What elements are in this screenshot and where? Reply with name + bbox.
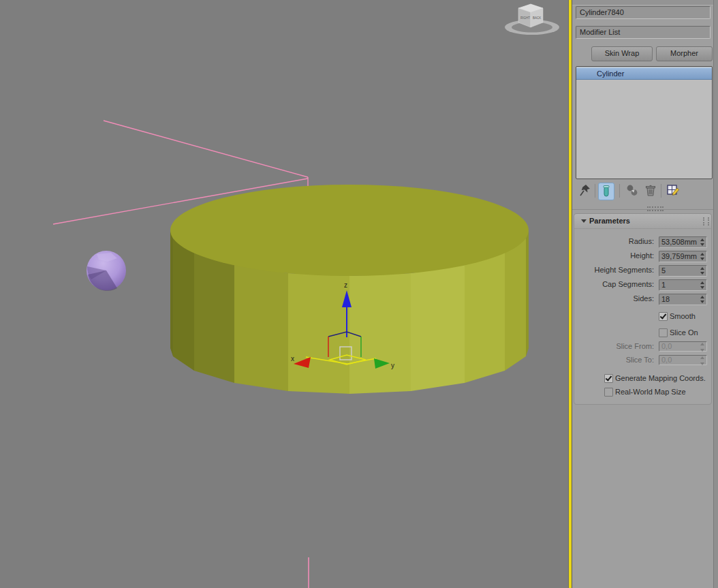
spinner-up[interactable] — [700, 343, 704, 345]
cylinder-object[interactable] — [170, 185, 529, 394]
smooth-label: Smooth — [670, 312, 696, 320]
x-axis-label: x — [291, 355, 294, 362]
cap-segments-label: Cap Segments: — [602, 280, 654, 288]
slice-from-spinner[interactable]: 0,0 — [659, 341, 707, 352]
slice-to-spinner[interactable]: 0,0 — [659, 355, 707, 365]
slice-to-value: 0,0 — [661, 356, 672, 365]
object-name-input[interactable]: Cylinder7840 — [576, 6, 711, 19]
spinner-down[interactable] — [700, 349, 704, 352]
real-world-map-row: Real-World Map Size — [574, 387, 711, 397]
3ds-max-window: x y z RIGHT BACK Cylinder7840 Modifier — [0, 0, 718, 588]
panel-splitter[interactable] — [572, 209, 713, 210]
splitter-grip[interactable] — [647, 206, 664, 211]
height-segments-row: Height Segments: 5 — [574, 265, 711, 276]
scene-svg: x y z RIGHT BACK — [0, 0, 568, 588]
real-world-map-label: Real-World Map Size — [615, 388, 686, 396]
toolbar-separator — [595, 184, 595, 198]
slice-from-label: Slice From: — [616, 342, 654, 350]
slice-on-checkbox[interactable] — [659, 328, 668, 337]
cap-segments-value[interactable]: 1 — [661, 280, 666, 290]
modifier-list-dropdown[interactable]: Modifier List — [576, 26, 711, 39]
slice-on-label: Slice On — [670, 328, 698, 337]
panel-top-strip — [572, 0, 713, 5]
spinner-up[interactable] — [700, 356, 704, 359]
smooth-row: Smooth — [574, 311, 711, 321]
remove-modifier-icon[interactable] — [643, 183, 658, 199]
command-panel: Cylinder7840 Modifier List Skin Wrap Mor… — [572, 0, 713, 588]
slice-to-label: Slice To: — [626, 356, 654, 364]
spinner-up[interactable] — [700, 238, 704, 241]
parameters-rollout-header[interactable]: Parameters — [574, 214, 711, 229]
cap-segments-row: Cap Segments: 1 — [574, 279, 711, 290]
height-segments-spinner[interactable]: 5 — [659, 265, 707, 277]
modifier-stack-toolbar — [572, 181, 713, 202]
sphere-object[interactable] — [87, 251, 126, 291]
spinner-up[interactable] — [700, 281, 704, 284]
modifier-stack-item-cylinder[interactable]: Cylinder — [576, 67, 712, 80]
sides-value[interactable]: 18 — [661, 294, 670, 305]
spinner-down[interactable] — [700, 286, 704, 289]
viewcube-left-face-label: RIGHT — [520, 16, 530, 20]
radius-value[interactable]: 53,508mm — [661, 237, 697, 247]
make-unique-icon[interactable] — [625, 183, 640, 199]
perspective-viewport[interactable]: x y z RIGHT BACK — [0, 0, 568, 588]
parameters-rollout: Parameters Radius: 53,508mm Height: 39,7… — [574, 213, 712, 405]
height-value[interactable]: 39,759mm — [661, 251, 697, 262]
rollout-collapse-icon[interactable] — [581, 219, 587, 223]
height-segments-value[interactable]: 5 — [661, 266, 666, 276]
rollout-title: Parameters — [589, 217, 630, 225]
configure-modifier-sets-icon[interactable] — [666, 183, 681, 199]
modifier-stack-list[interactable]: Cylinder — [576, 66, 713, 179]
spinner-down[interactable] — [700, 272, 704, 275]
toolbar-separator — [661, 184, 661, 198]
slice-on-row: Slice On — [574, 328, 711, 337]
z-axis-label: z — [344, 281, 347, 289]
height-spinner[interactable]: 39,759mm — [659, 251, 707, 262]
pin-stack-icon[interactable] — [578, 183, 593, 199]
spinner-down[interactable] — [700, 243, 704, 246]
viewcube-right-face-label: BACK — [533, 16, 541, 20]
sides-row: Sides: 18 — [574, 294, 711, 305]
morpher-button[interactable]: Morpher — [656, 46, 713, 61]
sides-label: Sides: — [633, 294, 654, 303]
radius-row: Radius: 53,508mm — [574, 236, 711, 247]
sides-spinner[interactable]: 18 — [659, 294, 707, 305]
slice-from-row: Slice From: 0,0 — [574, 341, 711, 352]
generate-mapping-checkbox[interactable] — [604, 374, 613, 383]
height-label: Height: — [630, 251, 654, 260]
y-axis-label: y — [391, 362, 394, 369]
smooth-checkbox[interactable] — [659, 312, 668, 321]
slice-from-value: 0,0 — [661, 342, 672, 351]
show-end-result-icon[interactable] — [598, 183, 614, 200]
skin-wrap-button[interactable]: Skin Wrap — [591, 46, 653, 61]
generate-mapping-label: Generate Mapping Coords. — [615, 374, 706, 382]
radius-label: Radius: — [629, 237, 654, 245]
height-segments-label: Height Segments: — [595, 266, 654, 274]
spinner-up[interactable] — [700, 253, 704, 256]
viewcube[interactable]: RIGHT BACK — [505, 4, 559, 35]
spinner-down[interactable] — [700, 300, 704, 303]
toolbar-separator — [619, 184, 620, 198]
real-world-map-checkbox[interactable] — [604, 388, 613, 397]
spinner-down[interactable] — [700, 258, 704, 260]
panel-scrollbar[interactable] — [713, 0, 718, 588]
spinner-down[interactable] — [700, 362, 704, 365]
spinner-up[interactable] — [700, 267, 704, 270]
generate-mapping-row: Generate Mapping Coords. — [574, 373, 711, 383]
radius-spinner[interactable]: 53,508mm — [659, 236, 707, 248]
rollout-grip-dots-icon — [703, 217, 709, 226]
spinner-up[interactable] — [700, 296, 704, 298]
cap-segments-spinner[interactable]: 1 — [659, 279, 707, 291]
height-row: Height: 39,759mm — [574, 251, 711, 262]
slice-to-row: Slice To: 0,0 — [574, 355, 711, 366]
